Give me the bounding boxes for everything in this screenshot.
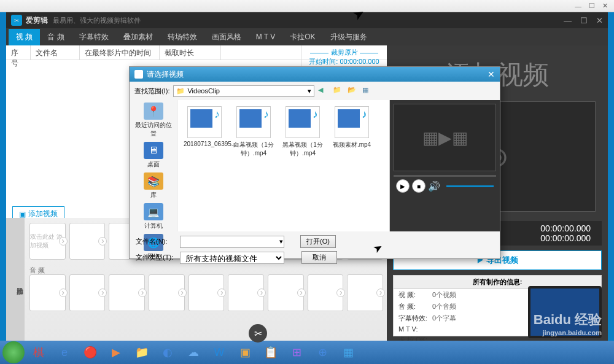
- filetype-label: 文件类型(T):: [136, 253, 175, 262]
- play-button[interactable]: ▶: [396, 179, 410, 193]
- dialog-close-button[interactable]: ✕: [488, 69, 495, 79]
- taskbar-item[interactable]: 📋: [259, 343, 282, 362]
- sidebar-computer[interactable]: 💻计算机: [132, 203, 174, 230]
- crop-title: 裁剪原片: [331, 48, 358, 56]
- audio-slot[interactable]: [268, 274, 304, 311]
- dialog-sidebar: 📍最近访问的位置 🖥桌面 📚库 💻计算机 🌐网络: [130, 100, 177, 231]
- tab-subtitle[interactable]: 字幕特效: [72, 29, 116, 45]
- scissors-icon[interactable]: ✂: [249, 324, 267, 343]
- app-title: 爱剪辑: [26, 15, 48, 26]
- dialog-preview-box: ▦▶▦: [394, 104, 496, 171]
- up-icon[interactable]: 📁: [333, 86, 343, 96]
- audio-slot[interactable]: [188, 274, 225, 311]
- file-item[interactable]: 20180713_06395...: [184, 106, 225, 147]
- file-item[interactable]: 黑幕视频（1分钟）.mp4: [282, 106, 324, 158]
- audio-slot[interactable]: [69, 274, 106, 311]
- watermark: Baidu 经验 jingyan.baidu.com: [534, 311, 602, 336]
- filetype-select[interactable]: 所有支持的视频文件: [180, 252, 284, 264]
- tab-upgrade[interactable]: 升级与服务: [323, 29, 375, 45]
- new-folder-icon[interactable]: 📂: [348, 86, 357, 96]
- dialog-icon: [134, 70, 143, 79]
- info-value: 0个音频: [432, 302, 456, 311]
- filename-input[interactable]: [180, 236, 284, 248]
- audio-slot[interactable]: [109, 274, 145, 311]
- browser-chrome: — ☐ ✕: [0, 0, 614, 12]
- taskbar-word-icon[interactable]: W: [208, 343, 231, 362]
- info-value: 0个视频: [432, 290, 456, 300]
- chevron-down-icon: ▾: [308, 87, 311, 95]
- view-icon[interactable]: ▦: [362, 86, 372, 96]
- app-maximize[interactable]: ☐: [580, 16, 588, 25]
- cancel-button[interactable]: 取消: [301, 251, 337, 264]
- taskbar-item[interactable]: ▶: [104, 343, 128, 362]
- folder-name: VideosClip: [187, 87, 219, 95]
- tab-karaoke[interactable]: 卡拉OK: [282, 29, 322, 45]
- th-time: 在最终影片中的时间: [80, 45, 160, 60]
- crop-start-label: 开始时间:: [309, 58, 338, 65]
- audio-slot[interactable]: [308, 274, 344, 311]
- dialog-titlebar: 请选择视频 ✕: [130, 67, 500, 82]
- th-index: 序号: [6, 45, 31, 60]
- browser-close[interactable]: ✕: [602, 2, 608, 10]
- folder-combo[interactable]: 📁 VideosClip ▾: [173, 85, 314, 97]
- taskbar-folder-icon[interactable]: 📁: [130, 343, 154, 362]
- taskbar-item[interactable]: ▦: [336, 343, 360, 362]
- info-label: 视 频:: [398, 290, 432, 300]
- film-icon: ▣: [19, 210, 26, 219]
- sidebar-recent[interactable]: 📍最近访问的位置: [132, 103, 174, 138]
- taskbar-item[interactable]: ☁: [182, 343, 205, 362]
- sidebar-library[interactable]: 📚库: [132, 172, 174, 199]
- clip-slot[interactable]: [69, 223, 106, 260]
- audio-slot[interactable]: [149, 274, 185, 311]
- tab-mtv[interactable]: M T V: [249, 29, 283, 44]
- taskbar-ie-icon[interactable]: e: [53, 343, 76, 362]
- tab-video[interactable]: 视 频: [9, 29, 40, 45]
- info-value: 0个字幕: [432, 314, 456, 323]
- tab-audio[interactable]: 音 频: [40, 29, 71, 45]
- th-duration: 截取时长: [160, 45, 221, 60]
- app-logo-icon: ✂: [11, 15, 22, 26]
- crop-start-value: 00:00:00.000: [340, 58, 379, 65]
- app-minimize[interactable]: —: [564, 16, 572, 25]
- file-open-dialog: 请选择视频 ✕ 查找范围(I): 📁 VideosClip ▾ ◀ 📁 📂 ▦ …: [129, 66, 500, 259]
- app-close[interactable]: ✕: [596, 16, 603, 25]
- file-list: 20180713_06395... 白幕视频（1分钟）.mp4 黑幕视频（1分钟…: [177, 100, 389, 231]
- back-icon[interactable]: ◀: [318, 86, 328, 96]
- tab-overlay[interactable]: 叠加素材: [116, 29, 160, 45]
- taskbar-item[interactable]: ▣: [233, 343, 257, 362]
- dialog-footer: 文件名(N): ▾ 打开(O) 文件类型(T): 所有支持的视频文件 取消: [130, 231, 500, 271]
- start-button[interactable]: [2, 341, 25, 363]
- stop-button[interactable]: ■: [412, 179, 426, 193]
- taskbar-item[interactable]: ⊞: [285, 343, 308, 362]
- file-item[interactable]: 白幕视频（1分钟）.mp4: [233, 106, 274, 158]
- film-strip-icon: ▦▶▦: [422, 128, 468, 148]
- dialog-preview-pane: ▦▶▦ ▶ ■ 🔊: [389, 100, 500, 231]
- audio-slot[interactable]: [347, 274, 383, 311]
- timeline-sidebar-label: 已添加片段: [6, 218, 25, 341]
- info-label: M T V:: [398, 325, 432, 333]
- browser-maximize[interactable]: ☐: [589, 2, 595, 10]
- clip-slot-placeholder[interactable]: 双击此处 添加视频: [29, 223, 66, 260]
- dialog-nav: 查找范围(I): 📁 VideosClip ▾ ◀ 📁 📂 ▦: [130, 82, 500, 100]
- audio-slot[interactable]: [228, 274, 264, 311]
- volume-icon[interactable]: 🔊: [428, 180, 440, 192]
- sidebar-desktop[interactable]: 🖥桌面: [132, 142, 174, 169]
- taskbar-item[interactable]: 棋: [27, 343, 50, 362]
- taskbar-item[interactable]: ◐: [156, 343, 179, 362]
- browser-minimize[interactable]: —: [575, 2, 581, 10]
- app-titlebar: ✂ 爱剪辑 最易用、强大的视频剪辑软件 — ☐ ✕: [6, 12, 608, 28]
- file-item[interactable]: 视频素材.mp4: [331, 106, 373, 149]
- taskbar-chrome-icon[interactable]: 🔴: [79, 343, 102, 362]
- tab-transition[interactable]: 转场特效: [160, 29, 204, 45]
- menu-tabs: 视 频 音 频 字幕特效 叠加素材 转场特效 画面风格 M T V 卡拉OK 升…: [6, 28, 608, 45]
- video-file-icon: [187, 106, 222, 138]
- chevron-down-icon[interactable]: ▾: [279, 238, 283, 246]
- volume-slider[interactable]: [446, 185, 494, 187]
- th-filename: 文件名: [31, 45, 80, 60]
- open-button[interactable]: 打开(O): [300, 235, 336, 248]
- tab-style[interactable]: 画面风格: [204, 29, 249, 45]
- info-label: 音 频:: [398, 302, 432, 311]
- taskbar-item[interactable]: ⊕: [311, 343, 334, 362]
- audio-slot[interactable]: [29, 274, 66, 311]
- dialog-title-text: 请选择视频: [147, 69, 184, 80]
